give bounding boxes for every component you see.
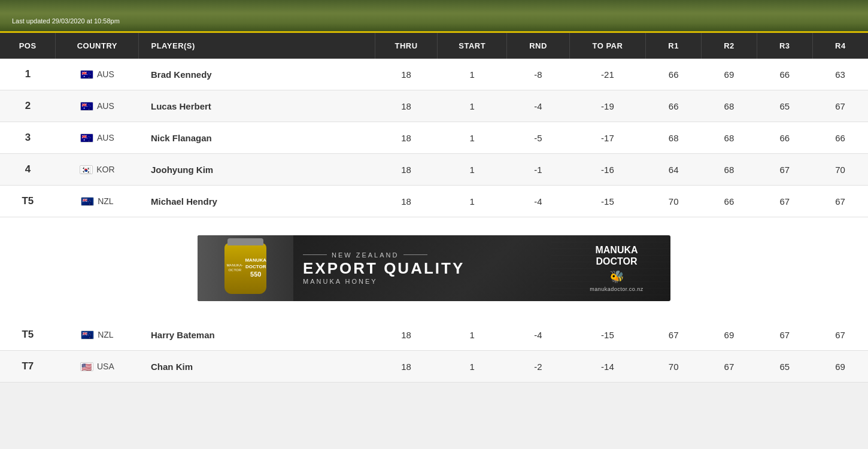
player-r1: 64 — [646, 154, 702, 186]
table-row: T5 NZL Michael Hendry 18 1 -4 -15 70 66 … — [0, 186, 868, 217]
flag-icon — [80, 165, 93, 174]
header-thru: THRU — [375, 33, 437, 59]
table-row: T7 USA Chan Kim 18 1 -2 -14 70 67 65 69 — [0, 351, 868, 383]
header-r2: R2 — [702, 33, 757, 59]
player-topar: -21 — [569, 59, 646, 90]
player-start: 1 — [438, 351, 507, 383]
table-header-row: POS COUNTRY PLAYER(S) THRU START RND TO … — [0, 33, 868, 59]
header-rnd: RND — [507, 33, 569, 59]
player-r4: 67 — [812, 186, 868, 217]
ad-banner[interactable]: MANUKADOCTOR550 NEW ZEALAND EXPORT QUALI… — [198, 235, 670, 301]
hero-banner: Last updated 29/03/2020 at 10:58pm — [0, 0, 868, 33]
player-r2: 69 — [702, 319, 757, 351]
player-r4: 70 — [812, 154, 868, 186]
header-start: START — [438, 33, 507, 59]
country-code: USA — [97, 362, 114, 371]
player-thru: 18 — [375, 59, 437, 90]
player-name: Brad Kennedy — [139, 59, 375, 90]
header-player: PLAYER(S) — [139, 33, 375, 59]
header-r1: R1 — [646, 33, 702, 59]
player-pos: 2 — [0, 90, 56, 122]
player-thru: 18 — [375, 90, 437, 122]
leaderboard-table: POS COUNTRY PLAYER(S) THRU START RND TO … — [0, 33, 868, 217]
player-country: KOR — [56, 154, 139, 186]
player-rnd: -1 — [507, 154, 569, 186]
player-pos: 3 — [0, 122, 56, 154]
player-r2: 69 — [702, 59, 757, 90]
leaderboard-wrapper: POS COUNTRY PLAYER(S) THRU START RND TO … — [0, 33, 868, 217]
player-start: 1 — [438, 122, 507, 154]
player-name: Harry Bateman — [139, 319, 375, 351]
flag-icon — [80, 70, 93, 79]
player-country: NZL — [56, 186, 139, 217]
player-r3: 65 — [757, 351, 812, 383]
ad-bottom-line: MANUKA HONEY — [303, 278, 553, 285]
player-pos: 4 — [0, 154, 56, 186]
player-rnd: -5 — [507, 122, 569, 154]
ad-main-text: EXPORT QUALITY — [303, 260, 553, 277]
player-name: Lucas Herbert — [139, 90, 375, 122]
table-row: 2 AUS Lucas Herbert 18 1 -4 -19 66 68 65… — [0, 90, 868, 122]
player-r1: 70 — [646, 186, 702, 217]
flag-icon — [81, 197, 94, 206]
ad-center-content: NEW ZEALAND EXPORT QUALITY MANUKA HONEY — [293, 247, 563, 290]
player-thru: 18 — [375, 154, 437, 186]
player-rnd: -4 — [507, 319, 569, 351]
player-start: 1 — [438, 186, 507, 217]
player-r4: 67 — [812, 319, 868, 351]
player-r4: 66 — [812, 122, 868, 154]
player-r4: 63 — [812, 59, 868, 90]
player-name: Chan Kim — [139, 351, 375, 383]
player-r1: 66 — [646, 59, 702, 90]
flag-icon — [81, 330, 94, 339]
header-r3: R3 — [757, 33, 812, 59]
player-r1: 70 — [646, 351, 702, 383]
player-r4: 69 — [812, 351, 868, 383]
country-code: KOR — [96, 165, 114, 174]
country-code: NZL — [98, 330, 113, 339]
player-pos: T5 — [0, 186, 56, 217]
player-name: Michael Hendry — [139, 186, 375, 217]
player-name: Joohyung Kim — [139, 154, 375, 186]
flag-icon — [80, 102, 93, 111]
table-row: 3 AUS Nick Flanagan 18 1 -5 -17 68 68 66… — [0, 122, 868, 154]
player-rnd: -2 — [507, 351, 569, 383]
player-r4: 67 — [812, 90, 868, 122]
player-start: 1 — [438, 154, 507, 186]
player-country: USA — [56, 351, 139, 383]
player-pos: T7 — [0, 351, 56, 383]
last-updated-text: Last updated 29/03/2020 at 10:58pm — [5, 14, 127, 28]
player-r2: 68 — [702, 154, 757, 186]
player-r3: 67 — [757, 319, 812, 351]
header-country: COUNTRY — [56, 33, 139, 59]
ad-top-line: NEW ZEALAND — [303, 251, 553, 259]
ad-container: MANUKADOCTOR550 NEW ZEALAND EXPORT QUALI… — [0, 217, 868, 319]
player-start: 1 — [438, 90, 507, 122]
player-r2: 67 — [702, 351, 757, 383]
ad-image-left: MANUKADOCTOR550 — [198, 235, 293, 301]
country-code: NZL — [98, 196, 113, 206]
player-r2: 68 — [702, 122, 757, 154]
player-r1: 66 — [646, 90, 702, 122]
ad-hex-background — [551, 235, 670, 301]
player-topar: -15 — [569, 319, 646, 351]
country-code: AUS — [97, 69, 114, 79]
player-thru: 18 — [375, 122, 437, 154]
ad-jar-label: 550 — [250, 271, 261, 278]
player-r2: 68 — [702, 90, 757, 122]
player-topar: -17 — [569, 122, 646, 154]
player-r3: 67 — [757, 186, 812, 217]
player-r3: 66 — [757, 122, 812, 154]
table-row: T5 NZL Harry Bateman 18 1 -4 -15 67 69 6… — [0, 319, 868, 351]
player-r3: 65 — [757, 90, 812, 122]
table-row: 1 AUS Brad Kennedy 18 1 -8 -21 66 69 66 … — [0, 59, 868, 90]
player-thru: 18 — [375, 186, 437, 217]
player-r3: 67 — [757, 154, 812, 186]
header-pos: POS — [0, 33, 56, 59]
flag-icon — [80, 134, 93, 142]
player-r1: 68 — [646, 122, 702, 154]
player-rnd: -4 — [507, 186, 569, 217]
ad-jar: MANUKADOCTOR550 — [224, 243, 266, 294]
player-name: Nick Flanagan — [139, 122, 375, 154]
country-code: AUS — [97, 133, 114, 142]
